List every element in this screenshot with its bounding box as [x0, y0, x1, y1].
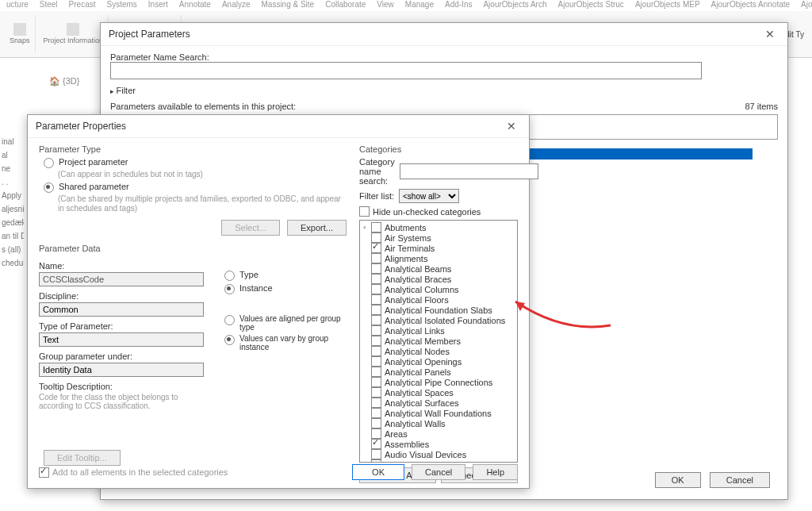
- category-checkbox[interactable]: [371, 418, 381, 428]
- category-checkbox[interactable]: [371, 222, 381, 232]
- category-item[interactable]: Air Systems: [362, 232, 515, 243]
- ribbon-tab[interactable]: Insert: [148, 0, 168, 11]
- category-item[interactable]: Analytical Beams: [362, 263, 515, 274]
- filter-list-label: Filter list:: [359, 191, 394, 201]
- ribbon-tab[interactable]: Manage: [405, 0, 434, 11]
- discipline-select[interactable]: Common: [39, 302, 204, 317]
- category-search-input[interactable]: [400, 163, 538, 179]
- category-checkbox[interactable]: [371, 367, 381, 377]
- ribbon-tab[interactable]: AjourObjects Site: [801, 0, 812, 11]
- search-label: Parameter Name Search:: [110, 52, 213, 62]
- name-field[interactable]: [39, 272, 204, 286]
- ribbon-tab[interactable]: AjourObjects Annotate: [711, 0, 791, 11]
- filter-toggle[interactable]: Filter: [110, 86, 778, 95]
- category-checkbox[interactable]: [371, 274, 381, 284]
- category-item[interactable]: Bearings: [362, 459, 515, 463]
- categories-label: Categories: [359, 144, 518, 154]
- category-item[interactable]: Analytical Isolated Foundations: [362, 315, 515, 325]
- ribbon-tab[interactable]: Annotate: [179, 0, 211, 11]
- group-under-label: Group parameter under:: [39, 352, 204, 361]
- ribbon-tab[interactable]: Collaborate: [325, 0, 366, 11]
- project-info-button[interactable]: Project Information: [39, 15, 109, 53]
- close-icon[interactable]: ✕: [760, 28, 779, 40]
- snaps-button[interactable]: Snaps: [5, 15, 36, 53]
- category-item[interactable]: Analytical Pipe Connections: [362, 377, 515, 387]
- category-item[interactable]: Assemblies: [362, 439, 515, 449]
- ribbon-tab[interactable]: Steel: [40, 0, 58, 11]
- category-item[interactable]: Air Terminals: [362, 243, 515, 253]
- category-checkbox[interactable]: [371, 243, 381, 253]
- close-icon[interactable]: ✕: [502, 120, 521, 133]
- dialog-title: Project Parameters: [109, 29, 190, 40]
- parameter-search-input[interactable]: [110, 62, 702, 79]
- category-checkbox[interactable]: [371, 263, 381, 274]
- category-checkbox[interactable]: [371, 387, 381, 398]
- category-checkbox[interactable]: [371, 356, 381, 367]
- ribbon-tab[interactable]: Add-Ins: [445, 0, 472, 11]
- ribbon-tab[interactable]: Massing & Site: [261, 0, 314, 11]
- category-checkbox[interactable]: [371, 398, 381, 408]
- category-item[interactable]: Analytical Floors: [362, 294, 515, 305]
- instance-radio[interactable]: Instance: [224, 283, 347, 294]
- ok-button[interactable]: OK: [352, 464, 404, 480]
- parameter-data-label: Parameter Data: [39, 244, 347, 253]
- category-item[interactable]: Analytical Braces: [362, 274, 515, 284]
- category-item[interactable]: Audio Visual Devices: [362, 449, 515, 459]
- discipline-label: Discipline:: [39, 291, 204, 301]
- category-item[interactable]: Analytical Links: [362, 325, 515, 336]
- category-checkbox[interactable]: [371, 346, 381, 356]
- category-checkbox[interactable]: [371, 449, 381, 459]
- type-of-parameter-select[interactable]: Text: [39, 332, 204, 347]
- ribbon-tab[interactable]: AjourObjects MEP: [635, 0, 700, 11]
- shared-parameter-radio[interactable]: Shared parameter: [44, 182, 347, 193]
- category-item[interactable]: Analytical Members: [362, 336, 515, 346]
- filter-list-select[interactable]: <show all>: [399, 189, 459, 203]
- category-item[interactable]: Analytical Wall Foundations: [362, 408, 515, 418]
- cancel-button[interactable]: Cancel: [710, 472, 770, 488]
- category-item[interactable]: Alignments: [362, 253, 515, 263]
- type-radio[interactable]: Type: [224, 270, 347, 281]
- category-checkbox[interactable]: [371, 294, 381, 305]
- ribbon-tab[interactable]: Analyze: [222, 0, 251, 11]
- ribbon-tab[interactable]: Precast: [69, 0, 96, 11]
- category-checkbox[interactable]: [371, 305, 381, 315]
- hide-unchecked-checkbox[interactable]: Hide un-checked categories: [359, 206, 518, 217]
- cancel-button[interactable]: Cancel: [412, 464, 465, 480]
- category-checkbox[interactable]: [371, 459, 381, 463]
- category-item[interactable]: Analytical Columns: [362, 284, 515, 294]
- vary-radio[interactable]: Values can vary by group instance: [224, 334, 347, 352]
- category-item[interactable]: Analytical Surfaces: [362, 398, 515, 408]
- category-checkbox[interactable]: [371, 284, 381, 294]
- edit-tooltip-button[interactable]: Edit Tooltip...: [44, 450, 121, 466]
- category-checkbox[interactable]: [371, 315, 381, 325]
- tooltip-label: Tooltip Description:: [39, 382, 204, 391]
- add-to-all-checkbox[interactable]: [39, 467, 49, 478]
- export-button[interactable]: Export...: [287, 220, 347, 236]
- category-item[interactable]: Analytical Panels: [362, 367, 515, 377]
- project-parameter-radio[interactable]: Project parameter: [44, 157, 347, 168]
- ribbon-tab[interactable]: AjourObjects Arch: [483, 0, 546, 11]
- ribbon-tab[interactable]: Systems: [107, 0, 137, 11]
- category-checkbox[interactable]: [371, 408, 381, 418]
- category-checkbox[interactable]: [371, 253, 381, 263]
- select-button[interactable]: Select...: [221, 220, 280, 236]
- categories-tree[interactable]: +AbutmentsAir SystemsAir TerminalsAlignm…: [359, 220, 518, 463]
- category-item[interactable]: Analytical Nodes: [362, 346, 515, 356]
- category-checkbox[interactable]: [371, 336, 381, 346]
- group-under-select[interactable]: Identity Data: [39, 363, 204, 377]
- aligned-radio[interactable]: Values are aligned per group type: [224, 314, 347, 332]
- ribbon-tab[interactable]: ucture: [6, 0, 29, 11]
- category-checkbox[interactable]: [371, 325, 381, 336]
- category-item[interactable]: Areas: [362, 428, 515, 439]
- help-button[interactable]: Help: [473, 464, 518, 480]
- ok-button[interactable]: OK: [655, 472, 701, 488]
- category-item[interactable]: +Abutments: [362, 222, 515, 232]
- ribbon-tab[interactable]: AjourObjects Struc: [558, 0, 624, 11]
- category-item[interactable]: Analytical Spaces: [362, 387, 515, 398]
- category-checkbox[interactable]: [371, 439, 381, 449]
- category-item[interactable]: Analytical Walls: [362, 418, 515, 428]
- ribbon-tab[interactable]: View: [377, 0, 394, 11]
- category-item[interactable]: Analytical Openings: [362, 356, 515, 367]
- category-checkbox[interactable]: [371, 377, 381, 387]
- category-item[interactable]: Analytical Foundation Slabs: [362, 305, 515, 315]
